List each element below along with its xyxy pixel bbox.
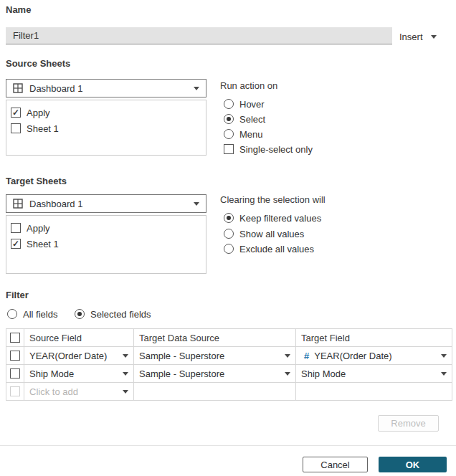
footer-divider (0, 445, 456, 446)
target-sheets-dropdown[interactable]: Dashboard 1 (6, 194, 206, 213)
source-sheets-dropdown[interactable]: Dashboard 1 (6, 79, 206, 97)
radio-icon (75, 309, 85, 319)
cell-placeholder: Click to add (29, 386, 78, 397)
row-checkbox[interactable] (10, 368, 20, 379)
source-field-dropdown[interactable]: YEAR(Order Date) (24, 347, 134, 365)
checkbox (11, 108, 21, 118)
radio-label: Menu (239, 129, 263, 140)
checkbox (11, 239, 21, 249)
source-sheets-label: Source Sheets (6, 58, 70, 69)
radio-icon (224, 244, 234, 254)
radio-show-all-values[interactable]: Show all values (224, 228, 304, 239)
checkbox-icon (224, 144, 234, 154)
clearing-selection-label: Clearing the selection will (220, 194, 326, 205)
empty-cell (296, 383, 452, 401)
radio-icon (7, 309, 17, 319)
source-sheet-item-apply[interactable]: Apply (6, 105, 206, 120)
header-source-field: Source Field (24, 329, 134, 347)
source-sheets-dropdown-value: Dashboard 1 (29, 83, 82, 94)
target-sheet-item-apply[interactable]: Apply (6, 220, 206, 236)
target-field-dropdown[interactable]: # YEAR(Order Date) (296, 347, 452, 365)
source-sheets-listbox: Apply Sheet 1 (6, 100, 206, 156)
filter-action-dialog: Name Insert Source Sheets Dashboard 1 Ap… (0, 0, 456, 476)
checkbox (11, 223, 21, 233)
sheet-label: Apply (27, 108, 50, 118)
target-field-dropdown[interactable]: Ship Mode (296, 365, 452, 383)
radio-label: Hover (239, 99, 265, 110)
number-field-icon: # (301, 351, 309, 361)
radio-selected-fields[interactable]: Selected fields (75, 308, 151, 320)
cell-value: YEAR(Order Date) (29, 351, 107, 361)
source-field-dropdown[interactable]: Ship Mode (24, 365, 134, 383)
chevron-down-icon (431, 35, 437, 39)
row-select-cell (6, 347, 24, 365)
dashboard-icon (13, 199, 23, 209)
radio-label: Keep filtered values (239, 213, 321, 224)
header-target-field: Target Field (296, 329, 452, 347)
radio-label: Selected fields (90, 309, 151, 320)
radio-icon (224, 229, 234, 239)
sheet-label: Sheet 1 (27, 123, 59, 134)
target-sheet-item-sheet1[interactable]: Sheet 1 (6, 236, 206, 252)
radio-label: All fields (23, 309, 57, 320)
cancel-button[interactable]: Cancel (303, 457, 368, 472)
dashboard-icon (13, 83, 23, 93)
chevron-down-icon (441, 372, 447, 376)
radio-icon (224, 114, 234, 124)
header-target-data-source: Target Data Source (134, 329, 296, 347)
radio-select[interactable]: Select (224, 113, 265, 125)
source-sheet-item-sheet1[interactable]: Sheet 1 (6, 120, 206, 136)
row-select-cell (6, 365, 24, 383)
add-field-dropdown[interactable]: Click to add (24, 383, 134, 401)
radio-icon (224, 99, 234, 109)
name-label: Name (6, 4, 31, 15)
chevron-down-icon (285, 354, 290, 358)
filter-label: Filter (6, 290, 29, 300)
select-all-checkbox[interactable] (10, 333, 20, 343)
chevron-down-icon (194, 87, 199, 90)
chevron-down-icon (194, 202, 199, 206)
radio-keep-filtered-values[interactable]: Keep filtered values (224, 212, 321, 224)
radio-exclude-all-values[interactable]: Exclude all values (224, 243, 314, 254)
cell-value: YEAR(Order Date) (314, 351, 391, 361)
target-sheets-dropdown-value: Dashboard 1 (29, 199, 82, 209)
chevron-down-icon (123, 372, 128, 376)
row-checkbox-disabled (10, 386, 20, 396)
run-action-on-label: Run action on (220, 80, 277, 91)
sheet-label: Sheet 1 (27, 239, 59, 249)
chevron-down-icon (285, 372, 290, 376)
name-input[interactable] (6, 27, 392, 44)
row-checkbox[interactable] (10, 351, 20, 361)
radio-icon (224, 129, 234, 139)
cell-value: Sample - Superstore (139, 351, 224, 361)
cell-value: Ship Mode (301, 368, 346, 379)
radio-hover[interactable]: Hover (224, 98, 265, 110)
checkbox-label: Single-select only (239, 144, 313, 155)
empty-cell (134, 383, 296, 401)
checkbox (11, 123, 21, 133)
target-data-source-dropdown[interactable]: Sample - Superstore (134, 347, 296, 365)
chevron-down-icon (123, 390, 128, 394)
chevron-down-icon (123, 354, 128, 358)
chevron-down-icon (441, 354, 447, 358)
field-mapping-table: Source Field Target Data Source Target F… (6, 328, 452, 401)
radio-label: Select (239, 114, 265, 125)
cell-value: Sample - Superstore (139, 368, 224, 379)
ok-button[interactable]: OK (379, 457, 447, 472)
radio-label: Show all values (239, 229, 304, 239)
insert-dropdown[interactable]: Insert (399, 30, 437, 43)
radio-menu[interactable]: Menu (224, 128, 263, 140)
target-sheets-label: Target Sheets (6, 176, 67, 186)
target-data-source-dropdown[interactable]: Sample - Superstore (134, 365, 296, 383)
checkbox-single-select-only[interactable]: Single-select only (224, 143, 313, 155)
remove-button[interactable]: Remove (378, 415, 439, 432)
select-all-cell (6, 329, 24, 347)
radio-label: Exclude all values (239, 244, 314, 254)
radio-icon (224, 213, 234, 223)
target-sheets-listbox: Apply Sheet 1 (6, 215, 206, 274)
radio-all-fields[interactable]: All fields (7, 308, 57, 320)
sheet-label: Apply (27, 223, 50, 234)
row-select-cell (6, 383, 24, 401)
insert-label: Insert (399, 32, 423, 42)
cell-value: Ship Mode (29, 368, 74, 379)
